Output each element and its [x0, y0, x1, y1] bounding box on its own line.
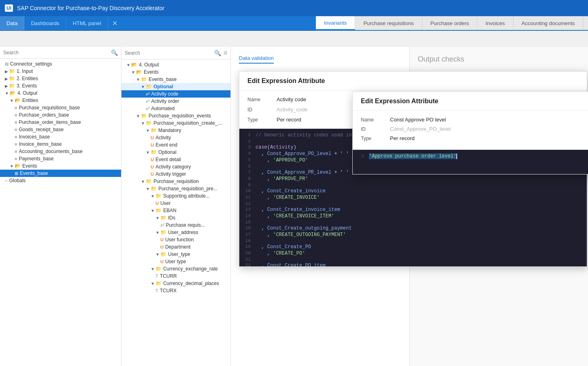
- arrow-icon[interactable]: ▼: [151, 209, 155, 213]
- tab-purchase-orders[interactable]: Purchase orders: [422, 16, 477, 30]
- mid-tree-pr-pre[interactable]: ▼ 📁 Purchase_requisition_pre...: [121, 185, 230, 192]
- mid-tree-pr[interactable]: ▼ 📁 Purchase_requisition: [121, 178, 230, 185]
- folder-icon: 📁: [160, 215, 166, 221]
- mid-tree-events[interactable]: ▼ 📂 Events: [121, 68, 230, 76]
- arrow-icon[interactable]: ▼: [126, 63, 130, 67]
- mid-tree-event-detail[interactable]: U Event detail: [121, 156, 230, 163]
- mid-tree-supporting[interactable]: ▼ 📁 Supporting attribute...: [121, 192, 230, 200]
- arrow-icon[interactable]: ▼: [136, 114, 140, 118]
- mid-tree-eban[interactable]: ▼ 📁 EBAN: [121, 207, 230, 214]
- middle-search-input[interactable]: [125, 50, 212, 56]
- left-search-icon[interactable]: 🔍: [111, 49, 118, 56]
- arrow-icon[interactable]: ▼: [141, 85, 145, 89]
- tab-purchase-requisitions[interactable]: Purchase requisitions: [355, 16, 422, 30]
- mid-tree-pr-create[interactable]: ▼ 📁 Purchase_requisition_create_...: [121, 119, 230, 127]
- tree-item-gr-base[interactable]: ≡ Goods_receipt_base: [0, 126, 121, 133]
- mid-tree-user-function[interactable]: U User function: [121, 236, 230, 243]
- tab-data[interactable]: Data: [0, 16, 24, 30]
- mid-tree-user-type[interactable]: U User type: [121, 258, 230, 265]
- tab-dashboards[interactable]: Dashboards: [24, 16, 66, 30]
- left-search-input[interactable]: [3, 50, 109, 55]
- arrow-icon[interactable]: ▶: [5, 77, 8, 81]
- arrow-icon[interactable]: ▼: [5, 91, 9, 96]
- arrow-icon[interactable]: ▼: [10, 98, 14, 103]
- mid-tree-pr-events[interactable]: ▼ 📁 Purchase_requisition_events: [121, 112, 230, 119]
- code-line-14: 14 , 'CREATE_INVOICE_ITEM': [239, 213, 587, 219]
- mid-tree-event-end[interactable]: U Event end: [121, 141, 230, 149]
- tree-item-1-input[interactable]: ▶ 📁 1. Input: [0, 68, 121, 75]
- tree-item-invi-base[interactable]: ≡ Invoice_items_base: [0, 140, 121, 148]
- mid-tree-events-base[interactable]: ▼ 📁 Events_base: [121, 76, 230, 83]
- middle-menu-icon[interactable]: ≡: [224, 49, 227, 57]
- mid-tree-activity-code[interactable]: x² Activity code: [121, 90, 230, 98]
- mid-tree-currency-decimal[interactable]: ▼ 📁 Currency_decimal_places: [121, 280, 230, 287]
- u-icon: U: [160, 245, 164, 249]
- folder-icon: 📁: [156, 208, 162, 213]
- code-line-15: 15: [239, 219, 587, 225]
- mid-tree-tcurr[interactable]: T TCURR: [121, 272, 230, 280]
- mid-tree-mandatory[interactable]: ▼ 📁 Mandatory: [121, 127, 230, 134]
- tree-item-events-folder[interactable]: ▼ 📂 Events: [0, 162, 121, 170]
- arrow-icon[interactable]: ▼: [156, 216, 160, 220]
- front-code-editor[interactable]: 1 'Approve purchase order level': [353, 150, 588, 174]
- arrow-icon[interactable]: ▶: [5, 69, 8, 74]
- mid-tree-currency-exchange[interactable]: ▼ 📁 Currency_exchange_rate: [121, 265, 230, 272]
- tab-html-panel[interactable]: HTML panel: [66, 16, 108, 30]
- folder-icon: 📁: [9, 68, 15, 74]
- arrow-icon[interactable]: ▼: [10, 164, 14, 168]
- mid-tree-activity[interactable]: U Activity: [121, 134, 230, 141]
- tree-item-4-output[interactable]: ▼ 📂 4. Output: [0, 89, 121, 97]
- mid-tree-department[interactable]: U Department: [121, 243, 230, 251]
- mid-tree-user-type-folder[interactable]: ▼ 📁 User_type: [121, 251, 230, 258]
- tree-item-pr-base[interactable]: ≡ Purchase_requisitions_base: [0, 104, 121, 111]
- mid-tree-user[interactable]: U User: [121, 200, 230, 207]
- x2-icon: x²: [146, 106, 149, 111]
- arrow-icon[interactable]: ▼: [146, 128, 150, 133]
- arrow-icon[interactable]: ▼: [151, 194, 155, 198]
- left-search-bar: 🔍: [0, 47, 121, 59]
- middle-search-icon[interactable]: 🔍: [214, 50, 221, 56]
- mid-tree-4output[interactable]: ▼ 📂 4. Output: [121, 61, 230, 68]
- text-icon: T: [156, 274, 158, 279]
- arrow-icon[interactable]: ▼: [141, 179, 145, 184]
- arrow-icon[interactable]: ▼: [151, 281, 155, 286]
- tree-item-2-entities[interactable]: ▶ 📁 2. Entities: [0, 75, 121, 82]
- mid-tree-optional2[interactable]: ▼ 📁 Optional: [121, 149, 230, 156]
- tab-close-button[interactable]: ✕: [108, 16, 121, 30]
- tree-item-inv-base[interactable]: ≡ Invoices_base: [0, 133, 121, 140]
- mid-tree-activity-trigger[interactable]: U Activity trigger: [121, 170, 230, 178]
- mid-tree-automated[interactable]: x² Automated: [121, 105, 230, 112]
- mid-tree-activity-order[interactable]: x² Activity order: [121, 98, 230, 105]
- tree-item-entities[interactable]: ▼ 📂 Entities: [0, 97, 121, 104]
- folder-icon: 📂: [131, 62, 137, 68]
- mid-tree-ids[interactable]: ▼ 📁 IDs: [121, 214, 230, 221]
- arrow-icon[interactable]: ▼: [146, 187, 150, 191]
- mid-tree-pur-req[interactable]: x² Purchase requis...: [121, 221, 230, 229]
- table-icon: ≡: [15, 142, 17, 147]
- arrow-icon[interactable]: ▶: [5, 84, 8, 88]
- arrow-icon[interactable]: ▼: [131, 70, 135, 74]
- arrow-icon[interactable]: ▼: [156, 230, 160, 235]
- tree-item-3-events[interactable]: ▶ 📁 3. Events: [0, 82, 121, 89]
- mid-tree-optional[interactable]: ▼ 📁 Optional: [121, 83, 230, 90]
- mid-tree-user-address[interactable]: ▼ 📁 User_address: [121, 229, 230, 236]
- arrow-icon[interactable]: ▼: [156, 252, 160, 257]
- tab-invoices[interactable]: Invoices: [477, 16, 513, 30]
- tab-accounting-documents[interactable]: Accounting documents: [513, 16, 584, 30]
- tree-item-pay-base[interactable]: ≡ Payments_base: [0, 155, 121, 162]
- arrow-icon[interactable]: ▼: [141, 121, 145, 126]
- mid-tree-activity-category[interactable]: U Activity category: [121, 163, 230, 170]
- tree-item-connector-settings[interactable]: ⊟ Connector_settings: [0, 60, 121, 68]
- data-validation-tab[interactable]: Data validation: [239, 55, 401, 70]
- tab-invariants[interactable]: Invariants: [316, 16, 355, 30]
- arrow-icon[interactable]: ▼: [146, 150, 150, 155]
- arrow-icon[interactable]: ▼: [136, 77, 140, 82]
- mid-tree-tcurx[interactable]: T TCURX: [121, 287, 230, 294]
- tree-item-events-base[interactable]: ⊞ Events_base: [0, 170, 121, 177]
- arrow-icon[interactable]: ▼: [151, 267, 155, 271]
- tree-item-po-base[interactable]: ≡ Purchase_orders_base: [0, 111, 121, 119]
- tree-item-globals[interactable]: ○ Globals: [0, 177, 121, 184]
- tree-item-poi-base[interactable]: ≡ Purchase_order_items_base: [0, 119, 121, 126]
- middle-search-bar: 🔍 ≡: [121, 47, 230, 60]
- tree-item-ad-base[interactable]: ≡ Accounting_documents_base: [0, 148, 121, 155]
